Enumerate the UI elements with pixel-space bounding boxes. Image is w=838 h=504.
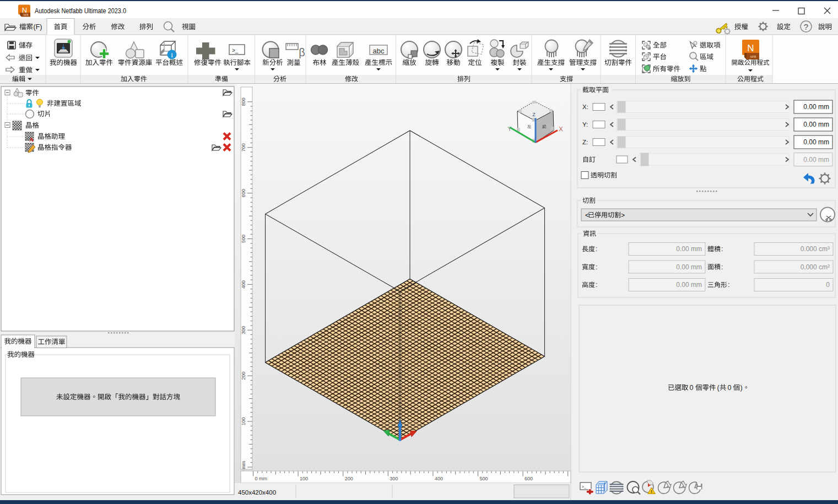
svg-text:0.00 mm: 0.00 mm [676,245,702,253]
svg-text::: : [596,281,597,289]
svg-text:Y:: Y: [582,121,588,128]
svg-text:NFB: NFB [24,14,29,17]
svg-text:0.00 mm: 0.00 mm [803,103,829,111]
svg-text:0: 0 [728,384,732,392]
svg-text:600: 600 [525,476,533,481]
svg-text:0 mm: 0 mm [255,476,268,481]
svg-text:0.00 mm: 0.00 mm [676,263,702,271]
svg-text::: : [721,245,723,253]
svg-text:N: N [22,6,27,14]
svg-text:Y: Y [507,126,512,132]
svg-text:700: 700 [241,143,246,151]
svg-text:500: 500 [480,476,488,481]
svg-text:>_: >_ [582,485,587,489]
svg-text:300: 300 [390,476,398,481]
svg-text:i: i [171,51,173,59]
svg-text:500: 500 [241,235,246,243]
svg-text:β: β [299,46,305,58]
svg-text:): ) [740,384,743,392]
svg-text:>: > [621,212,625,219]
svg-text:0.00 mm: 0.00 mm [676,281,702,289]
svg-text::: : [728,281,729,289]
svg-text:0: 0 [826,281,830,289]
svg-text::: : [596,245,597,253]
svg-text:200: 200 [241,372,246,380]
svg-text:X: X [559,126,563,132]
svg-text:450x420x400: 450x420x400 [238,489,276,496]
svg-text:!: ! [651,489,652,494]
svg-text:800: 800 [241,97,246,106]
svg-text:>_: >_ [232,47,239,53]
svg-text:0.00 mm: 0.00 mm [803,138,829,146]
svg-text:0.00 mm: 0.00 mm [803,121,829,128]
svg-text:NFB: NFB [750,55,756,58]
svg-text::: : [721,263,723,271]
svg-text:0.00 mm: 0.00 mm [803,156,829,164]
svg-text:200: 200 [345,476,353,481]
svg-text:X:: X: [582,104,588,110]
svg-text:A: A [29,136,34,143]
svg-text:100: 100 [300,476,308,481]
svg-text:0.000 cm²: 0.000 cm² [801,263,830,271]
svg-text:Z: Z [532,112,535,117]
svg-text:0: 0 [690,384,694,392]
svg-text:<: < [585,212,589,219]
svg-text:(F): (F) [34,23,42,31]
svg-text:100: 100 [241,418,246,426]
svg-text::: : [596,263,597,271]
svg-text:600: 600 [241,189,246,197]
svg-text:400: 400 [435,476,443,481]
svg-text:Z:: Z: [582,139,588,145]
svg-text:N: N [747,43,754,53]
svg-text:300: 300 [241,326,246,334]
svg-text:?: ? [804,22,808,31]
svg-text:0.000 cm³: 0.000 cm³ [801,245,830,253]
svg-text:Autodesk Netfabb Ultimate 2023: Autodesk Netfabb Ultimate 2023.0 [35,7,126,15]
svg-text:400: 400 [241,280,246,289]
svg-text:abc: abc [373,47,385,55]
